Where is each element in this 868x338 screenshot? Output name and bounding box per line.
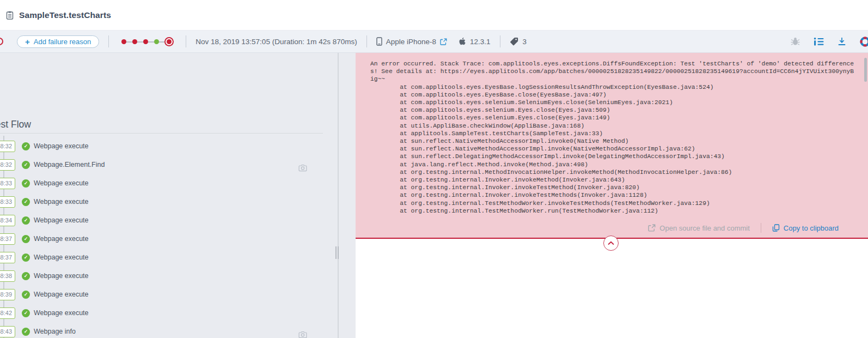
step-time-badge: 58:32 <box>0 141 15 152</box>
passed-check-icon: ✓ <box>22 254 30 262</box>
report-icon <box>6 11 14 20</box>
external-link-icon <box>648 224 656 232</box>
add-failure-reason-button[interactable]: + Add failure reason <box>17 35 99 48</box>
step-time-badge: 58:43 <box>0 326 15 337</box>
step-details-list-icon[interactable] <box>814 38 824 46</box>
passed-check-icon: ✓ <box>22 328 30 336</box>
copy-icon <box>772 224 780 232</box>
step-label: Webpage execute <box>34 235 89 243</box>
footer-divider <box>761 223 761 233</box>
step-time: 58:33 <box>0 198 12 205</box>
plus-icon: + <box>25 38 30 46</box>
step-label: Webpage execute <box>34 291 89 298</box>
toolbar-divider <box>366 35 367 47</box>
copy-to-clipboard-link[interactable]: Copy to clipboard <box>772 224 839 232</box>
step-time: 58:37 <box>0 254 12 261</box>
external-link-icon[interactable] <box>440 38 447 45</box>
step-time: 58:37 <box>0 236 12 242</box>
tag-icon <box>510 37 519 46</box>
step-time: 58:33 <box>0 180 12 186</box>
flow-step-row[interactable]: 58:37 ✓ Webpage execute <box>0 249 356 267</box>
flow-step-row[interactable]: 58:34 ✓ Webpage execute <box>0 212 356 230</box>
flow-step-row[interactable]: 58:38 ✓ Webpage execute <box>0 267 356 286</box>
step-time: 58:42 <box>0 310 12 316</box>
passed-check-icon: ✓ <box>22 216 30 225</box>
step-dot-green[interactable] <box>154 39 159 44</box>
step-dot-red[interactable] <box>121 39 126 44</box>
step-time: 58:39 <box>0 291 12 298</box>
step-label: Webpage execute <box>34 216 89 224</box>
support-lifebuoy-icon[interactable] <box>860 37 868 47</box>
flow-step-row[interactable]: 58:43 ✓ Webpage info <box>0 323 356 338</box>
step-result-panel: An error occurred. Stack Trace: com.appl… <box>356 53 868 338</box>
error-scrollbar-thumb[interactable] <box>864 58 867 82</box>
device-group: Apple iPhone-8 12.3.1 <box>376 37 491 46</box>
step-time-badge: 58:38 <box>0 270 15 282</box>
step-label: Webpage execute <box>34 254 89 261</box>
flow-step-row[interactable]: 58:33 ✓ Webpage execute <box>0 174 356 193</box>
step-time-badge: 58:33 <box>0 178 15 189</box>
step-label: Webpage execute <box>34 179 89 187</box>
passed-check-icon: ✓ <box>22 142 30 150</box>
add-failure-reason-label: Add failure reason <box>34 38 91 46</box>
open-source-label: Open source file and commit <box>659 224 749 232</box>
passed-check-icon: ✓ <box>22 161 30 169</box>
step-dot-red[interactable] <box>132 39 137 44</box>
step-label: Webpage.Element.Find <box>34 161 105 168</box>
step-label: Webpage execute <box>34 309 89 317</box>
flow-step-row[interactable]: 58:32 ✓ Webpage.Element.Find <box>0 156 356 174</box>
os-version: 12.3.1 <box>470 38 491 46</box>
passed-check-icon: ✓ <box>22 291 30 299</box>
flow-step-row[interactable]: 58:32 ✓ Webpage execute <box>0 137 356 156</box>
passed-check-icon: ✓ <box>22 272 30 280</box>
step-label: Webpage execute <box>34 272 89 280</box>
passed-check-icon: ✓ <box>22 309 30 317</box>
camera-icon[interactable] <box>298 331 307 338</box>
step-time: 58:38 <box>0 273 12 279</box>
device-name[interactable]: Apple iPhone-8 <box>386 38 436 46</box>
step-label: Webpage execute <box>34 198 89 206</box>
collapse-error-button[interactable] <box>603 236 619 251</box>
step-time: 58:34 <box>0 217 12 224</box>
passed-check-icon: ✓ <box>22 235 30 243</box>
debug-bug-icon[interactable] <box>791 37 800 46</box>
failure-steps <box>118 39 176 44</box>
step-time-badge: 58:37 <box>0 233 15 245</box>
test-report-window: SampleTest.testCharts + Add failure reas… <box>0 0 868 338</box>
top-bar: SampleTest.testCharts <box>0 0 868 31</box>
camera-icon[interactable] <box>298 164 307 174</box>
panel-splitter-handle[interactable] <box>334 246 339 259</box>
stack-trace-text: An error occurred. Stack Trace: com.appl… <box>370 60 858 215</box>
tags-count: 3 <box>523 38 527 46</box>
flow-step-row[interactable]: 58:39 ✓ Webpage execute <box>0 286 356 304</box>
passed-check-icon: ✓ <box>22 179 30 188</box>
test-flow-panel: Test Flow 58:32 ✓ Webpage execute 58:32 … <box>0 53 356 338</box>
toolbar-divider <box>500 35 500 47</box>
step-dot-red-current[interactable] <box>167 39 172 44</box>
panel-splitter-line <box>338 53 339 338</box>
step-time: 58:32 <box>0 143 12 149</box>
step-time: 58:32 <box>0 161 12 168</box>
step-time-badge: 58:32 <box>0 159 15 171</box>
open-source-link[interactable]: Open source file and commit <box>648 224 749 232</box>
toolbar: + Add failure reason Nov 18, 2019 13:57:… <box>0 31 868 53</box>
flow-step-row[interactable]: 58:37 ✓ Webpage execute <box>0 230 356 249</box>
mobile-phone-icon <box>376 37 382 46</box>
flow-step-row[interactable]: 58:42 ✓ Webpage execute <box>0 304 356 323</box>
step-time: 58:43 <box>0 328 12 335</box>
flow-step-row[interactable]: 58:33 ✓ Webpage execute <box>0 193 356 212</box>
test-flow-title: Test Flow <box>0 119 31 130</box>
step-label: Webpage info <box>34 328 76 335</box>
toolbar-right-icons <box>791 37 868 47</box>
toolbar-divider <box>108 35 109 47</box>
download-icon[interactable] <box>838 37 846 46</box>
step-time-badge: 58:33 <box>0 196 15 208</box>
tags-group[interactable]: 3 <box>510 37 527 46</box>
run-timestamp: Nov 18, 2019 13:57:05 (Duration: 1m 42s … <box>195 38 357 46</box>
error-footer: Open source file and commit Copy to clip… <box>648 223 839 233</box>
step-label: Webpage execute <box>34 142 89 150</box>
step-time-badge: 58:37 <box>0 252 15 263</box>
step-dot-red[interactable] <box>143 39 148 44</box>
toolbar-divider <box>186 35 186 47</box>
error-panel: An error occurred. Stack Trace: com.appl… <box>356 53 868 239</box>
